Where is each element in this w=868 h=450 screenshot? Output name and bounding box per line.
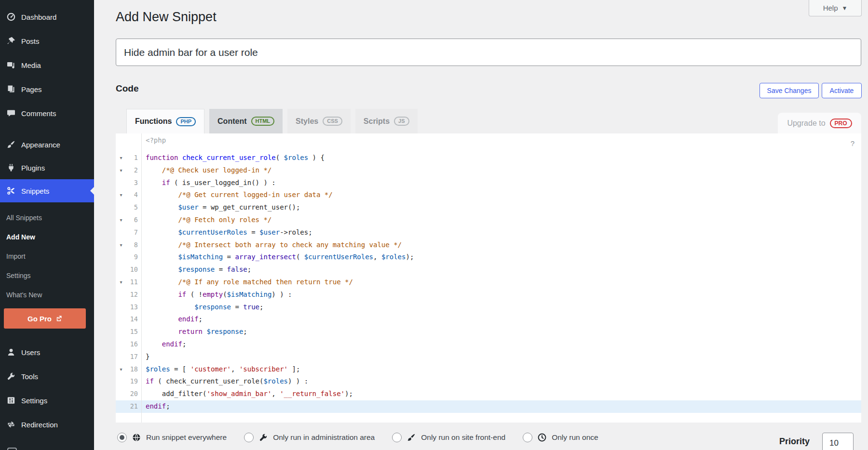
- editor-help-icon[interactable]: ?: [851, 139, 854, 147]
- code-line: 9 $isMatching = array_intersect( $curren…: [116, 251, 861, 264]
- help-button[interactable]: Help ▼: [809, 0, 862, 16]
- code-token: (: [276, 154, 284, 161]
- code-token: [146, 179, 162, 186]
- gutter-cell: 13: [116, 301, 141, 314]
- paintbrush-icon: [6, 140, 16, 149]
- gutter-cell: ▾ 4: [116, 189, 141, 201]
- code-token: $user: [259, 228, 280, 236]
- code-line: 20 add_filter('show_admin_bar', '__retur…: [116, 388, 861, 400]
- radio-button[interactable]: [117, 433, 127, 442]
- code-token: ,: [231, 365, 239, 373]
- priority-setting: Priority: [779, 433, 854, 450]
- code-type-tab[interactable]: Styles CSS: [287, 109, 351, 133]
- code-token: if: [146, 377, 154, 385]
- fold-toggle-icon[interactable]: ▾: [116, 363, 126, 376]
- fold-toggle-icon[interactable]: [116, 301, 126, 314]
- fold-toggle-icon[interactable]: [116, 226, 126, 239]
- fold-toggle-icon[interactable]: [116, 338, 126, 351]
- sidebar-item-partial-icon: [7, 448, 17, 450]
- priority-input[interactable]: [822, 433, 854, 450]
- fold-toggle-icon[interactable]: [116, 400, 126, 413]
- radio-button[interactable]: [392, 433, 402, 442]
- line-number: 8: [126, 239, 141, 251]
- code-line: 5 $user = wp_get_current_user();: [116, 201, 861, 214]
- sidebar-item-label: Posts: [21, 37, 40, 45]
- code-line: 17 }: [116, 351, 861, 363]
- radio-button[interactable]: [523, 433, 532, 442]
- fold-toggle-icon[interactable]: ▾: [116, 164, 126, 177]
- fold-toggle-icon[interactable]: ▾: [116, 152, 126, 164]
- code-token: /*@ Fetch only roles */: [178, 216, 271, 224]
- scope-option[interactable]: Only run on site front-end: [392, 433, 505, 442]
- sidebar-item[interactable]: Appearance: [0, 133, 94, 156]
- code-text: $response = true;: [141, 301, 263, 314]
- radio-button[interactable]: [244, 433, 254, 442]
- code-token: return: [178, 328, 203, 335]
- sidebar-item[interactable]: Redirection: [0, 412, 94, 437]
- code-editor[interactable]: ? <?php ▾ 1 function check_current_user_…: [116, 133, 861, 423]
- scope-option[interactable]: Only run once: [523, 433, 598, 442]
- code-token: ( !: [186, 291, 203, 298]
- fold-toggle-icon[interactable]: ▾: [116, 189, 126, 201]
- fold-toggle-icon[interactable]: ▾: [116, 239, 126, 251]
- redirect-icon: [6, 420, 16, 429]
- code-line: 14 endif;: [116, 313, 861, 326]
- sidebar-item[interactable]: Tools: [0, 364, 94, 388]
- fold-toggle-icon[interactable]: ▾: [116, 276, 126, 289]
- code-type-tab[interactable]: Scripts JS: [355, 109, 418, 133]
- sidebar-item[interactable]: Comments: [0, 101, 94, 125]
- submenu-item[interactable]: What's New: [0, 285, 94, 304]
- sidebar-item[interactable]: Snippets: [0, 179, 94, 202]
- code-token: [146, 241, 178, 249]
- fold-toggle-icon[interactable]: [116, 264, 126, 276]
- code-token: ( is_user_logged_in() ) :: [170, 179, 276, 186]
- fold-toggle-icon[interactable]: [116, 375, 126, 388]
- fold-toggle-icon[interactable]: [116, 201, 126, 214]
- sidebar-item-label: Users: [21, 348, 40, 357]
- fold-toggle-icon[interactable]: [116, 289, 126, 301]
- sidebar-item-label: Comments: [21, 109, 56, 118]
- code-text: /*@ Intersect both array to check any ma…: [141, 239, 402, 251]
- submenu-item[interactable]: All Snippets: [0, 208, 94, 227]
- line-number: 14: [126, 313, 141, 326]
- code-token: [146, 253, 178, 261]
- activate-button[interactable]: Activate: [822, 83, 862, 98]
- fold-toggle-icon[interactable]: [116, 251, 126, 264]
- sidebar-item[interactable]: Posts: [0, 29, 94, 53]
- sidebar-item[interactable]: Settings: [0, 388, 94, 412]
- sidebar-item[interactable]: Media: [0, 53, 94, 77]
- tab-label: Functions: [135, 117, 172, 126]
- submenu-item[interactable]: Import: [0, 247, 94, 266]
- code-type-tab[interactable]: Functions PHP: [126, 109, 204, 133]
- code-token: [146, 340, 162, 348]
- code-token: ) ) :: [288, 377, 308, 385]
- code-text: function check_current_user_role( $roles…: [141, 152, 325, 164]
- fold-toggle-icon[interactable]: [116, 177, 126, 189]
- code-type-tab[interactable]: Content HTML: [209, 109, 283, 133]
- save-changes-button[interactable]: Save Changes: [760, 83, 819, 98]
- gutter-cell: ▾ 2: [116, 164, 141, 177]
- gutter-cell: ▾ 11: [116, 276, 141, 289]
- fold-toggle-icon[interactable]: ▾: [116, 214, 126, 226]
- upgrade-to-pro-link[interactable]: Upgrade to PRO: [778, 113, 861, 133]
- fold-toggle-icon[interactable]: [116, 388, 126, 400]
- gutter-cell: ▾ 1: [116, 152, 141, 164]
- go-pro-button[interactable]: Go Pro: [4, 308, 86, 329]
- fold-toggle-icon[interactable]: [116, 313, 126, 326]
- code-token: endif: [146, 402, 166, 410]
- scope-option[interactable]: Only run in administration area: [244, 433, 375, 442]
- snippet-name-input[interactable]: [116, 39, 861, 66]
- sidebar-item[interactable]: Dashboard: [0, 5, 94, 29]
- code-token: $user: [178, 203, 198, 211]
- fold-toggle-icon[interactable]: [116, 326, 126, 338]
- sidebar-item[interactable]: Pages: [0, 77, 94, 101]
- sidebar-item[interactable]: Users: [0, 340, 94, 364]
- submenu-item[interactable]: Add New: [0, 227, 94, 247]
- sidebar-item[interactable]: Plugins: [0, 156, 94, 179]
- gutter-cell: 14: [116, 313, 141, 326]
- scope-option[interactable]: Run snippet everywhere: [117, 433, 227, 442]
- submenu-item[interactable]: Settings: [0, 266, 94, 285]
- code-token: /*@ Intersect both array to check any ma…: [178, 241, 402, 249]
- fold-toggle-icon[interactable]: [116, 351, 126, 363]
- line-number: 11: [126, 276, 141, 289]
